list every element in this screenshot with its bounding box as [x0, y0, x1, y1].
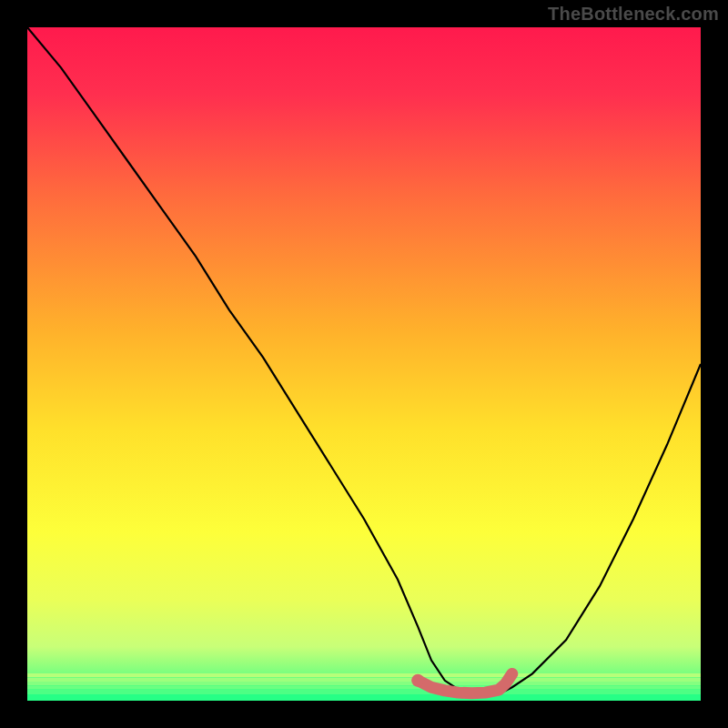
bottleneck-curve-path	[27, 27, 701, 694]
optimal-start-dot	[411, 674, 424, 687]
curve-svg	[27, 27, 701, 701]
optimal-range-path	[418, 673, 512, 693]
watermark-text: TheBottleneck.com	[548, 4, 719, 25]
plot-area	[27, 27, 701, 701]
chart-stage: TheBottleneck.com	[0, 0, 728, 728]
